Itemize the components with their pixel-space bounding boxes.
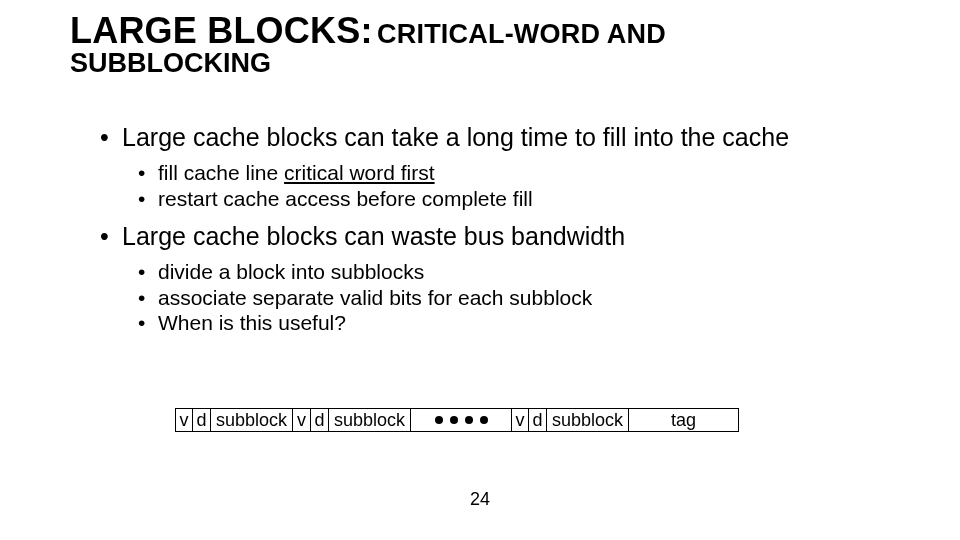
bullet-1: Large cache blocks can take a long time … [100, 122, 870, 152]
slide-title: LARGE BLOCKS: CRITICAL-WORD AND SUBBLOCK… [70, 10, 890, 79]
dot-icon [480, 416, 488, 424]
cell-v-1: v [175, 408, 193, 432]
bullet-1-sublist: fill cache line critical word first rest… [138, 160, 870, 211]
bullet-1-sub-2: restart cache access before complete fil… [138, 186, 870, 212]
bullet-2: Large cache blocks can waste bus bandwid… [100, 221, 870, 251]
title-large-text: LARGE BLOCKS: [70, 10, 373, 51]
cell-d-3: d [529, 408, 547, 432]
cell-tag: tag [629, 408, 739, 432]
bullet-2-sub-3: When is this useful? [138, 310, 870, 336]
title-line-1: LARGE BLOCKS: CRITICAL-WORD AND [70, 10, 890, 52]
subblock-diagram: v d subblock v d subblock v d subblock t… [175, 408, 739, 432]
bullet-1-sub-1: fill cache line critical word first [138, 160, 870, 186]
bullet-2-sub-2: associate separate valid bits for each s… [138, 285, 870, 311]
slide: LARGE BLOCKS: CRITICAL-WORD AND SUBBLOCK… [0, 0, 960, 540]
cell-subblock-1: subblock [211, 408, 293, 432]
page-number: 24 [0, 489, 960, 510]
title-line-2: SUBBLOCKING [70, 48, 890, 79]
sub1-pre: fill cache line [158, 161, 284, 184]
title-small-text: CRITICAL-WORD AND [377, 19, 666, 49]
bullet-2-sublist: divide a block into subblocks associate … [138, 259, 870, 336]
cell-d-2: d [311, 408, 329, 432]
slide-body: Large cache blocks can take a long time … [100, 122, 870, 346]
cell-subblock-2: subblock [329, 408, 411, 432]
sub1-underline: critical word first [284, 161, 435, 184]
dot-icon [450, 416, 458, 424]
bullet-2-sub-1: divide a block into subblocks [138, 259, 870, 285]
cell-v-2: v [293, 408, 311, 432]
cell-v-3: v [511, 408, 529, 432]
dot-icon [465, 416, 473, 424]
cell-d-1: d [193, 408, 211, 432]
dot-icon [435, 416, 443, 424]
cell-subblock-3: subblock [547, 408, 629, 432]
ellipsis-gap [411, 408, 511, 432]
